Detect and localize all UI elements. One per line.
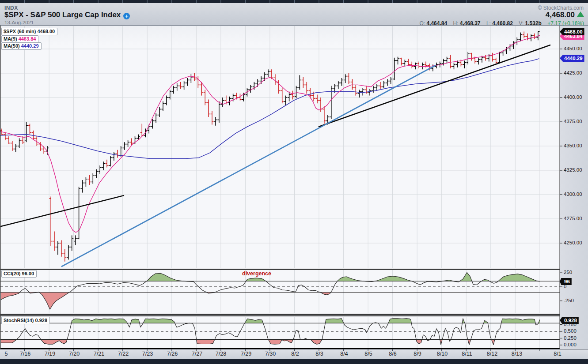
legend-ma50-value: 4440.29 xyxy=(21,43,39,49)
add-chart-icon[interactable]: + xyxy=(123,13,130,19)
top-border-strip xyxy=(0,0,588,3)
x-axis-label: 7/19 xyxy=(37,351,63,357)
stochrsi-tick: 0.500 xyxy=(564,328,577,334)
price-tick: 4300.00 xyxy=(564,191,582,197)
cci-tick: 250 xyxy=(564,270,572,275)
x-axis-label: 8/12 xyxy=(479,351,505,357)
chart-header: INDX $SPX - S&P 500 Large Cap Index+ 13-… xyxy=(0,3,588,26)
x-axis-label: 8/6 xyxy=(379,351,406,357)
legend-ma50-label: MA(50) xyxy=(4,43,20,49)
ma50-price-badge: 4440.29 xyxy=(560,55,584,62)
chart-date: 13-Aug-2021 xyxy=(4,20,34,25)
page-title: $SPX - S&P 500 Large Cap Index+ xyxy=(4,11,130,19)
price-tick: 4325.00 xyxy=(564,167,582,173)
x-axis-label: 7/30 xyxy=(257,351,284,357)
chart-plot-area[interactable] xyxy=(0,26,560,349)
legend-ma9-value: 4463.84 xyxy=(19,36,36,41)
price-tick: 4275.00 xyxy=(564,216,582,221)
bottom-border-strip xyxy=(0,359,588,364)
x-axis-label: 7/16 xyxy=(12,351,38,357)
x-axis-label: 8/5 xyxy=(355,351,382,357)
x-axis-label: 7/27 xyxy=(184,351,210,357)
copyright-label: © StockCharts.com xyxy=(538,5,584,11)
stochrsi-tick: 0.000 xyxy=(564,342,577,347)
x-axis-label: 7/20 xyxy=(61,351,87,357)
cci-tick: 0 xyxy=(564,284,566,289)
x-axis-label: 8/1 xyxy=(544,351,571,357)
x-axis-label: 8/4 xyxy=(331,351,357,357)
legend-ma9-label: MA(9) xyxy=(4,36,17,41)
x-axis-label: 7/29 xyxy=(233,351,259,357)
legend-ma50[interactable]: MA(50) 4440.29 xyxy=(1,42,42,50)
price-tick: 4425.00 xyxy=(564,70,582,75)
stochrsi-label-text: StochRSI(14) 0.928 xyxy=(4,318,47,323)
last-price: 4,468.00 xyxy=(546,11,575,19)
stochrsi-label[interactable]: StochRSI(14) 0.928 xyxy=(1,317,50,324)
x-axis-label: 7/22 xyxy=(110,351,137,357)
x-axis-label: 7/23 xyxy=(134,351,161,357)
cci-tick: -250 xyxy=(564,298,574,303)
x-axis-label: 7/28 xyxy=(208,351,234,357)
x-axis-label: 7/26 xyxy=(159,351,186,357)
stochrsi-tick: 0.250 xyxy=(564,335,577,341)
stochrsi-tick: 0.750 xyxy=(564,322,577,327)
x-axis-label: 7/21 xyxy=(86,351,112,357)
price-tick: 4400.00 xyxy=(564,94,582,100)
x-axis-label: 8/11 xyxy=(454,351,480,357)
title-text: $SPX - S&P 500 Large Cap Index xyxy=(4,11,121,19)
price-tick: 4250.00 xyxy=(564,240,582,245)
last-price-badge: 4468.00 xyxy=(560,28,584,35)
x-axis-label: 8/13 xyxy=(504,351,530,357)
legend-ma9[interactable]: MA(9) 4463.84 xyxy=(1,35,38,43)
exchange-label: INDX xyxy=(4,5,18,11)
x-axis-label: 8/2 xyxy=(282,351,308,357)
cci-label-text: CCI(20) 96.00 xyxy=(4,271,34,276)
up-arrow-icon xyxy=(577,11,584,17)
price-tick: 4450.00 xyxy=(564,46,582,51)
panel-gap xyxy=(0,315,560,316)
x-axis-label: 8/3 xyxy=(306,351,333,357)
divergence-annotation: divergence xyxy=(242,270,271,277)
legend-main[interactable]: $SPX (60 min) 4468.00 xyxy=(1,28,57,35)
x-axis-label: 8/10 xyxy=(429,351,455,357)
x-axis-label: 8/9 xyxy=(404,351,431,357)
cci-label[interactable]: CCI(20) 96.00 xyxy=(1,270,37,278)
price-tick: 4375.00 xyxy=(564,119,582,124)
price-tick: 4350.00 xyxy=(564,143,582,148)
legend-main-text: $SPX (60 min) 4468.00 xyxy=(4,29,55,34)
